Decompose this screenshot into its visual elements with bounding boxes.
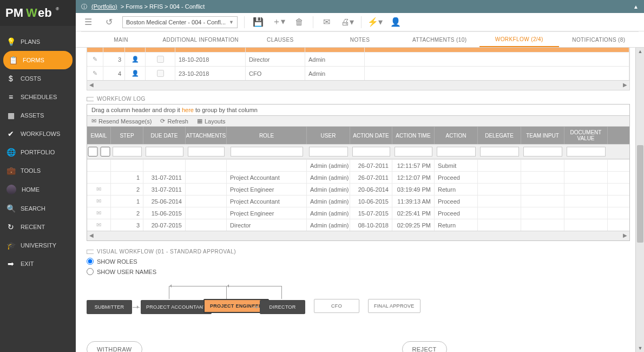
avatar xyxy=(6,185,16,194)
sidebar-item-label: RECENT xyxy=(21,224,45,230)
table-row: ✉125-06-2014Project AccountantAdmin (adm… xyxy=(87,195,629,207)
table-row: ✎ 3 👤 18-10-2018 Director Admin xyxy=(87,52,629,66)
sidebar-item-label: UNIVERSITY xyxy=(21,242,56,249)
delete-icon[interactable]: 🗑 xyxy=(292,15,306,29)
section-title: VISUAL WORKFLOW (01 - STANDARD APPROVAL) xyxy=(87,249,630,255)
mail-icon: ✉ xyxy=(87,219,111,231)
sidebar-item-tools[interactable]: 💼TOOLS xyxy=(0,161,76,180)
sidebar-item-exit[interactable]: ➡EXIT xyxy=(0,255,76,273)
sidebar-icon: ↻ xyxy=(6,223,15,231)
table-row: ✉231-07-2011Project EngineerAdmin (admin… xyxy=(87,183,629,195)
layouts-button[interactable]: ▦ Layouts xyxy=(197,118,226,125)
sidebar-icon: 🔍 xyxy=(6,204,15,213)
table-row: ✉320-07-2015DirectorAdmin (admin)08-10-2… xyxy=(87,219,629,231)
sidebar-item-label: SEARCH xyxy=(21,205,45,212)
info-icon[interactable]: ⓘ xyxy=(81,3,87,11)
breadcrumb-root[interactable]: (Portfolio) xyxy=(91,3,117,10)
edit-icon[interactable]: ✎ xyxy=(87,53,103,66)
reject-button[interactable]: REJECT xyxy=(402,341,447,352)
filter-input[interactable] xyxy=(352,147,390,157)
mail-icon: ✉ xyxy=(87,195,111,207)
filter-input[interactable] xyxy=(231,147,303,157)
sidebar-item-label: WORKFLOWS xyxy=(21,131,60,137)
resend-button[interactable]: ✉ Resend Message(s) xyxy=(91,118,152,125)
sidebar-icon: 🌐 xyxy=(6,148,15,157)
save-icon[interactable]: 💾 xyxy=(251,15,265,29)
sidebar-item-portfolio[interactable]: 🌐PORTFOLIO xyxy=(0,143,76,161)
bolt-icon[interactable]: ⚡▾ xyxy=(368,15,382,29)
sidebar: PMWeb® 💡PLANS📋FORMS$COSTS≡SCHEDULES▦ASSE… xyxy=(0,0,76,352)
tab-main[interactable]: MAIN xyxy=(81,31,161,47)
log-header: EMAIL STEP DUE DATE ATTACHMENTS ROLE USE… xyxy=(87,127,629,144)
horizontal-scrollbar[interactable] xyxy=(87,231,629,240)
sidebar-item-label: PLANS xyxy=(21,38,40,45)
sidebar-icon: ➡ xyxy=(6,259,15,268)
user-icon: 👤 xyxy=(125,53,146,66)
tab-workflow-[interactable]: WORKFLOW (2/4) xyxy=(479,31,559,47)
show-roles-radio[interactable]: SHOW ROLES xyxy=(87,258,630,265)
group-hint: Drag a column header and drop it here to… xyxy=(87,105,629,116)
sidebar-item-assets[interactable]: ▦ASSETS xyxy=(0,106,76,125)
add-icon[interactable]: ＋▾ xyxy=(272,15,286,29)
filter-input[interactable] xyxy=(567,147,606,157)
vertical-scrollbar[interactable]: ▲ ▼ xyxy=(635,48,644,352)
sidebar-item-costs[interactable]: $COSTS xyxy=(0,69,76,88)
table-row: Admin (admin)26-07-201112:11:57 PMSubmit xyxy=(87,159,629,171)
user-icon[interactable]: 👤 xyxy=(389,15,403,29)
sidebar-item-label: EXIT xyxy=(21,260,34,267)
tab-attachments-[interactable]: ATTACHMENTS (10) xyxy=(400,31,479,47)
tab-additional-information[interactable]: ADDITIONAL INFORMATION xyxy=(161,31,240,47)
tabs: MAINADDITIONAL INFORMATIONCLAUSESNOTESAT… xyxy=(76,31,644,48)
mail-icon[interactable]: ✉ xyxy=(320,15,334,29)
filter-input[interactable] xyxy=(523,147,562,157)
table-row: ✉215-06-2015Project EngineerAdmin (admin… xyxy=(87,207,629,219)
sidebar-item-label: FORMS xyxy=(23,57,44,63)
list-icon[interactable]: ☰ xyxy=(81,15,95,29)
wf-node-submitter[interactable]: SUBMITTER xyxy=(87,300,132,314)
table-row: ✎ 4 👤 23-10-2018 CFO Admin xyxy=(87,66,629,80)
filter-input[interactable] xyxy=(309,147,348,157)
sidebar-item-recent[interactable]: ↻RECENT xyxy=(0,218,76,236)
table-row: 131-07-2011Project AccountantAdmin (admi… xyxy=(87,171,629,183)
filter-input[interactable] xyxy=(395,147,432,157)
wf-node-final[interactable]: FINAL APPROVE xyxy=(368,299,420,313)
horizontal-scrollbar[interactable] xyxy=(87,80,629,90)
tab-notes[interactable]: NOTES xyxy=(320,31,399,47)
filter-input[interactable] xyxy=(437,147,476,157)
breadcrumb: ⓘ (Portfolio) > Forms > RFIS > 004 - Con… xyxy=(76,0,644,13)
sidebar-item-label: SCHEDULES xyxy=(21,94,57,100)
sidebar-item-label: ASSETS xyxy=(21,112,44,119)
mail-icon xyxy=(87,172,111,183)
sidebar-item-workflows[interactable]: ✔WORKFLOWS xyxy=(0,125,76,143)
print-icon[interactable]: 🖨▾ xyxy=(340,15,354,29)
sidebar-item-label: TOOLS xyxy=(21,167,41,174)
sidebar-item-forms[interactable]: 📋FORMS xyxy=(3,51,73,69)
filter-input[interactable] xyxy=(146,147,183,157)
show-users-radio[interactable]: SHOW USER NAMES xyxy=(87,268,630,275)
refresh-button[interactable]: ⟳ Refresh xyxy=(160,118,188,125)
wf-node-director[interactable]: DIRECTOR xyxy=(260,300,305,314)
filter-input[interactable] xyxy=(188,147,225,157)
sidebar-icon: ✔ xyxy=(6,129,15,138)
withdraw-button[interactable]: WITHDRAW xyxy=(87,341,142,352)
sidebar-icon: 🎓 xyxy=(6,241,15,250)
edit-icon[interactable]: ✎ xyxy=(87,67,103,80)
sidebar-item-label: HOME xyxy=(22,186,40,193)
sidebar-item-home[interactable]: HOME xyxy=(0,180,76,199)
filter-input[interactable] xyxy=(480,147,519,157)
sidebar-item-plans[interactable]: 💡PLANS xyxy=(0,32,76,51)
svg-text:PM: PM xyxy=(5,6,23,19)
sidebar-item-schedules[interactable]: ≡SCHEDULES xyxy=(0,88,76,106)
tab-clauses[interactable]: CLAUSES xyxy=(240,31,320,47)
wf-node-cfo[interactable]: CFO xyxy=(314,299,359,313)
scroll-up-icon[interactable]: ▲ xyxy=(633,4,639,10)
tab-notifications-[interactable]: NOTIFICATIONS (8) xyxy=(559,31,639,47)
filter-input[interactable] xyxy=(113,147,142,157)
sidebar-icon: 📋 xyxy=(9,56,17,64)
sidebar-item-label: PORTFOLIO xyxy=(21,149,55,155)
history-icon[interactable]: ↺ xyxy=(102,15,116,29)
sidebar-item-search[interactable]: 🔍SEARCH xyxy=(0,199,76,218)
record-select[interactable]: Boston Medical Center - 004 - Confl... xyxy=(122,16,238,28)
sidebar-item-label: COSTS xyxy=(21,75,41,82)
sidebar-item-university[interactable]: 🎓UNIVERSITY xyxy=(0,236,76,255)
